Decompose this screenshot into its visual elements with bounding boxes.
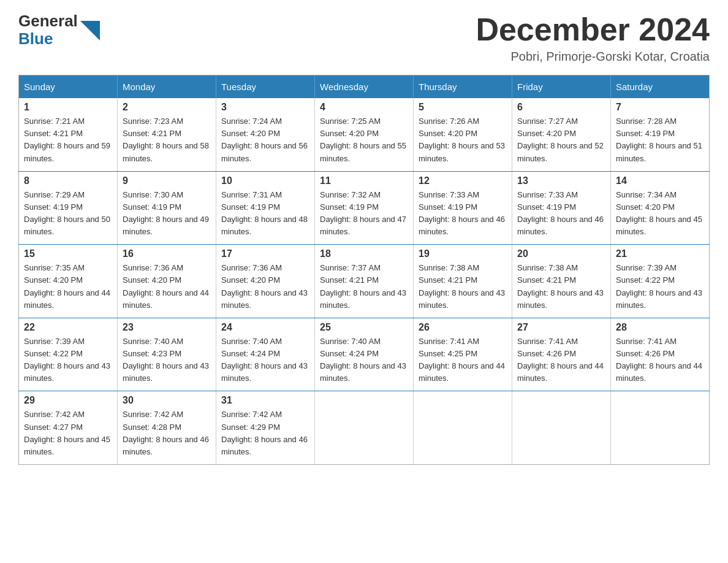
calendar-cell: 31Sunrise: 7:42 AMSunset: 4:29 PMDayligh… — [216, 391, 315, 465]
day-info: Sunrise: 7:37 AMSunset: 4:21 PMDaylight:… — [320, 262, 408, 312]
calendar-header-row: SundayMondayTuesdayWednesdayThursdayFrid… — [19, 75, 710, 99]
calendar-cell: 1Sunrise: 7:21 AMSunset: 4:21 PMDaylight… — [19, 98, 118, 171]
calendar-table: SundayMondayTuesdayWednesdayThursdayFrid… — [18, 75, 710, 465]
location-subtitle: Pobri, Primorje-Gorski Kotar, Croatia — [476, 50, 710, 64]
week-row-4: 22Sunrise: 7:39 AMSunset: 4:22 PMDayligh… — [19, 318, 710, 391]
calendar-cell: 24Sunrise: 7:40 AMSunset: 4:24 PMDayligh… — [216, 318, 315, 391]
day-info: Sunrise: 7:38 AMSunset: 4:21 PMDaylight:… — [517, 262, 605, 312]
calendar-cell: 2Sunrise: 7:23 AMSunset: 4:21 PMDaylight… — [118, 98, 216, 171]
day-number: 19 — [419, 248, 507, 259]
day-number: 30 — [123, 395, 211, 406]
week-row-3: 15Sunrise: 7:35 AMSunset: 4:20 PMDayligh… — [19, 245, 710, 318]
header-tuesday: Tuesday — [216, 75, 315, 99]
logo-blue: Blue — [18, 30, 78, 48]
header-saturday: Saturday — [611, 75, 710, 99]
day-info: Sunrise: 7:33 AMSunset: 4:19 PMDaylight:… — [419, 189, 507, 239]
day-number: 31 — [221, 395, 309, 406]
calendar-cell: 25Sunrise: 7:40 AMSunset: 4:24 PMDayligh… — [315, 318, 414, 391]
calendar-cell — [512, 391, 611, 465]
day-info: Sunrise: 7:36 AMSunset: 4:20 PMDaylight:… — [221, 262, 309, 312]
page-header: General Blue December 2024 Pobri, Primor… — [18, 12, 710, 64]
day-info: Sunrise: 7:42 AMSunset: 4:27 PMDaylight:… — [24, 408, 112, 458]
calendar-cell: 17Sunrise: 7:36 AMSunset: 4:20 PMDayligh… — [216, 245, 315, 318]
day-info: Sunrise: 7:36 AMSunset: 4:20 PMDaylight:… — [123, 262, 211, 312]
calendar-cell: 23Sunrise: 7:40 AMSunset: 4:23 PMDayligh… — [118, 318, 216, 391]
calendar-cell: 5Sunrise: 7:26 AMSunset: 4:20 PMDaylight… — [414, 98, 512, 171]
calendar-cell — [315, 391, 414, 465]
day-number: 20 — [517, 248, 605, 259]
day-number: 10 — [221, 175, 309, 186]
calendar-cell: 10Sunrise: 7:31 AMSunset: 4:19 PMDayligh… — [216, 171, 315, 245]
day-number: 23 — [123, 322, 211, 333]
day-info: Sunrise: 7:24 AMSunset: 4:20 PMDaylight:… — [221, 115, 309, 165]
day-number: 21 — [616, 248, 704, 259]
day-number: 16 — [123, 248, 211, 259]
week-row-5: 29Sunrise: 7:42 AMSunset: 4:27 PMDayligh… — [19, 391, 710, 465]
day-info: Sunrise: 7:41 AMSunset: 4:26 PMDaylight:… — [517, 335, 605, 385]
day-info: Sunrise: 7:26 AMSunset: 4:20 PMDaylight:… — [419, 115, 507, 165]
day-number: 13 — [517, 175, 605, 186]
day-number: 12 — [419, 175, 507, 186]
day-info: Sunrise: 7:23 AMSunset: 4:21 PMDaylight:… — [123, 115, 211, 165]
day-info: Sunrise: 7:21 AMSunset: 4:21 PMDaylight:… — [24, 115, 112, 165]
day-info: Sunrise: 7:39 AMSunset: 4:22 PMDaylight:… — [24, 335, 112, 385]
day-info: Sunrise: 7:32 AMSunset: 4:19 PMDaylight:… — [320, 189, 408, 239]
calendar-cell: 11Sunrise: 7:32 AMSunset: 4:19 PMDayligh… — [315, 171, 414, 245]
day-number: 22 — [24, 322, 112, 333]
day-info: Sunrise: 7:38 AMSunset: 4:21 PMDaylight:… — [419, 262, 507, 312]
day-info: Sunrise: 7:30 AMSunset: 4:19 PMDaylight:… — [123, 189, 211, 239]
day-number: 8 — [24, 175, 112, 186]
calendar-cell: 9Sunrise: 7:30 AMSunset: 4:19 PMDaylight… — [118, 171, 216, 245]
day-info: Sunrise: 7:29 AMSunset: 4:19 PMDaylight:… — [24, 189, 112, 239]
logo-general: General — [18, 12, 78, 30]
day-number: 25 — [320, 322, 408, 333]
day-info: Sunrise: 7:25 AMSunset: 4:20 PMDaylight:… — [320, 115, 408, 165]
day-number: 15 — [24, 248, 112, 259]
calendar-cell: 29Sunrise: 7:42 AMSunset: 4:27 PMDayligh… — [19, 391, 118, 465]
calendar-cell: 20Sunrise: 7:38 AMSunset: 4:21 PMDayligh… — [512, 245, 611, 318]
calendar-cell: 22Sunrise: 7:39 AMSunset: 4:22 PMDayligh… — [19, 318, 118, 391]
calendar-cell — [414, 391, 512, 465]
logo: General Blue — [18, 12, 100, 47]
day-info: Sunrise: 7:33 AMSunset: 4:19 PMDaylight:… — [517, 189, 605, 239]
header-monday: Monday — [118, 75, 216, 99]
calendar-cell: 21Sunrise: 7:39 AMSunset: 4:22 PMDayligh… — [611, 245, 710, 318]
day-number: 28 — [616, 322, 704, 333]
day-info: Sunrise: 7:42 AMSunset: 4:28 PMDaylight:… — [123, 408, 211, 458]
calendar-cell: 4Sunrise: 7:25 AMSunset: 4:20 PMDaylight… — [315, 98, 414, 171]
day-number: 9 — [123, 175, 211, 186]
day-info: Sunrise: 7:39 AMSunset: 4:22 PMDaylight:… — [616, 262, 704, 312]
day-number: 17 — [221, 248, 309, 259]
day-info: Sunrise: 7:40 AMSunset: 4:24 PMDaylight:… — [221, 335, 309, 385]
month-title: December 2024 — [476, 12, 710, 47]
calendar-cell: 28Sunrise: 7:41 AMSunset: 4:26 PMDayligh… — [611, 318, 710, 391]
calendar-cell: 3Sunrise: 7:24 AMSunset: 4:20 PMDaylight… — [216, 98, 315, 171]
calendar-cell: 15Sunrise: 7:35 AMSunset: 4:20 PMDayligh… — [19, 245, 118, 318]
day-number: 4 — [320, 102, 408, 113]
header-sunday: Sunday — [19, 75, 118, 99]
day-number: 27 — [517, 322, 605, 333]
day-number: 5 — [419, 102, 507, 113]
header-friday: Friday — [512, 75, 611, 99]
day-number: 26 — [419, 322, 507, 333]
day-info: Sunrise: 7:41 AMSunset: 4:25 PMDaylight:… — [419, 335, 507, 385]
day-info: Sunrise: 7:40 AMSunset: 4:23 PMDaylight:… — [123, 335, 211, 385]
day-number: 6 — [517, 102, 605, 113]
day-number: 2 — [123, 102, 211, 113]
calendar-cell: 27Sunrise: 7:41 AMSunset: 4:26 PMDayligh… — [512, 318, 611, 391]
calendar-cell: 12Sunrise: 7:33 AMSunset: 4:19 PMDayligh… — [414, 171, 512, 245]
calendar-cell: 18Sunrise: 7:37 AMSunset: 4:21 PMDayligh… — [315, 245, 414, 318]
header-thursday: Thursday — [414, 75, 512, 99]
day-number: 29 — [24, 395, 112, 406]
calendar-cell: 14Sunrise: 7:34 AMSunset: 4:20 PMDayligh… — [611, 171, 710, 245]
calendar-cell: 16Sunrise: 7:36 AMSunset: 4:20 PMDayligh… — [118, 245, 216, 318]
calendar-cell: 8Sunrise: 7:29 AMSunset: 4:19 PMDaylight… — [19, 171, 118, 245]
calendar-cell — [611, 391, 710, 465]
day-number: 18 — [320, 248, 408, 259]
day-info: Sunrise: 7:27 AMSunset: 4:20 PMDaylight:… — [517, 115, 605, 165]
day-info: Sunrise: 7:28 AMSunset: 4:19 PMDaylight:… — [616, 115, 704, 165]
day-number: 1 — [24, 102, 112, 113]
calendar-cell: 7Sunrise: 7:28 AMSunset: 4:19 PMDaylight… — [611, 98, 710, 171]
day-number: 7 — [616, 102, 704, 113]
day-info: Sunrise: 7:40 AMSunset: 4:24 PMDaylight:… — [320, 335, 408, 385]
